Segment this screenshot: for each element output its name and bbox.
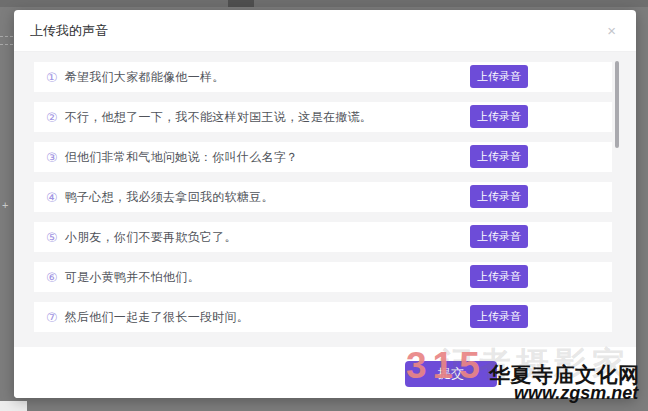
modal-title: 上传我的声音 xyxy=(30,22,108,40)
upload-recording-button[interactable]: 上传录音 xyxy=(470,185,528,208)
sentence-text: 可是小黄鸭并不怕他们。 xyxy=(65,269,200,286)
modal-footer: 提交 xyxy=(14,347,636,398)
sentence-text: 希望我们大家都能像他一样。 xyxy=(65,69,225,86)
row-number-badge: ⑤ xyxy=(46,230,58,245)
upload-voice-modal: 上传我的声音 × ① 希望我们大家都能像他一样。 上传录音 ② 不行，他想了一下… xyxy=(14,10,636,398)
upload-recording-button[interactable]: 上传录音 xyxy=(470,305,528,328)
row-number-badge: ② xyxy=(46,110,58,125)
sentence-row: ⑥ 可是小黄鸭并不怕他们。 上传录音 xyxy=(34,262,612,292)
row-number-badge: ③ xyxy=(46,150,58,165)
backdrop-dash-line xyxy=(0,36,13,37)
upload-recording-button[interactable]: 上传录音 xyxy=(470,265,528,288)
sentence-text: 小朋友，你们不要再欺负它了。 xyxy=(65,229,237,246)
upload-recording-button[interactable]: 上传录音 xyxy=(470,105,528,128)
row-number-badge: ④ xyxy=(46,190,58,205)
scrollbar-thumb[interactable] xyxy=(615,61,619,148)
sentence-list-container: ① 希望我们大家都能像他一样。 上传录音 ② 不行，他想了一下，我不能这样对国王… xyxy=(14,52,636,347)
sentence-row: ② 不行，他想了一下，我不能这样对国王说，这是在撒谎。 上传录音 xyxy=(34,102,612,132)
sentence-text: 但他们非常和气地问她说：你叫什么名字？ xyxy=(65,149,299,166)
upload-recording-button[interactable]: 上传录音 xyxy=(470,225,528,248)
row-number-badge: ⑥ xyxy=(46,270,58,285)
upload-recording-button[interactable]: 上传录音 xyxy=(470,145,528,168)
row-number-badge: ① xyxy=(46,70,58,85)
submit-button[interactable]: 提交 xyxy=(405,361,497,387)
sentence-row: ① 希望我们大家都能像他一样。 上传录音 xyxy=(34,62,612,92)
sentence-text: 不行，他想了一下，我不能这样对国王说，这是在撒谎。 xyxy=(65,109,373,126)
close-icon[interactable]: × xyxy=(603,21,620,40)
upload-recording-button[interactable]: 上传录音 xyxy=(470,65,528,88)
backdrop-bottom-left-block xyxy=(0,401,27,411)
sentence-list: ① 希望我们大家都能像他一样。 上传录音 ② 不行，他想了一下，我不能这样对国王… xyxy=(34,62,612,332)
sentence-row: ③ 但他们非常和气地问她说：你叫什么名字？ 上传录音 xyxy=(34,142,612,172)
backdrop-top-strip xyxy=(0,0,648,7)
modal-header: 上传我的声音 × xyxy=(14,10,636,52)
sentence-text: 然后他们一起走了很长一段时间。 xyxy=(65,309,250,326)
backdrop-dash-line xyxy=(0,44,13,45)
backdrop-plus-mark: + xyxy=(2,200,8,211)
sentence-row: ⑤ 小朋友，你们不要再欺负它了。 上传录音 xyxy=(34,222,612,252)
backdrop-dark-tab xyxy=(228,0,254,7)
sentence-text: 鸭子心想，我必须去拿回我的软糖豆。 xyxy=(65,189,274,206)
sentence-row: ④ 鸭子心想，我必须去拿回我的软糖豆。 上传录音 xyxy=(34,182,612,212)
sentence-row: ⑦ 然后他们一起走了很长一段时间。 上传录音 xyxy=(34,302,612,332)
row-number-badge: ⑦ xyxy=(46,310,58,325)
